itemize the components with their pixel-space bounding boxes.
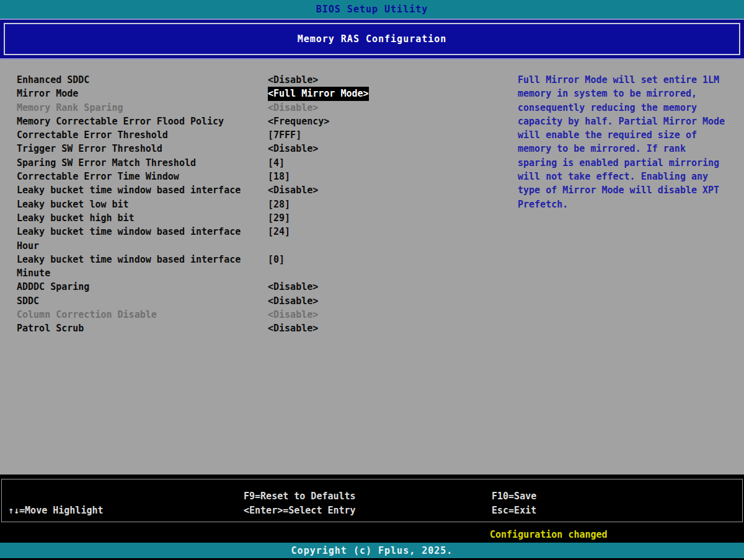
key-hint: F9=Reset to Defaults — [244, 489, 356, 504]
setting-row[interactable]: Correctable Error Time Window[18] — [17, 170, 389, 183]
copyright-bar: Copyright (c) Fplus, 2025. — [0, 543, 744, 558]
setting-label: Correctable Error Threshold — [17, 128, 268, 142]
setting-row[interactable]: Correctable Error Threshold[7FFF] — [17, 128, 389, 142]
setting-value[interactable]: [0] — [268, 253, 285, 266]
key-hint: ↑↓=Move Highlight — [8, 504, 104, 518]
status-message: Configuration changed — [490, 529, 608, 540]
footer: ↑↓=Move Highlight F9=Reset to Defaults<E… — [0, 475, 744, 560]
setting-row[interactable]: ADDDC Sparing<Disable> — [17, 280, 389, 294]
setting-row[interactable]: Memory Rank Sparing<Disable> — [17, 101, 389, 115]
setting-value[interactable]: <Full Mirror Mode> — [268, 87, 369, 100]
key-hints-right: F10=SaveEsc=Exit — [492, 479, 536, 518]
setting-value[interactable]: <Disable> — [268, 183, 318, 197]
window-title: BIOS Setup Utility — [316, 4, 428, 15]
setting-row[interactable]: Leaky bucket low bit[28] — [17, 198, 389, 211]
setting-label: Memory Rank Sparing — [17, 101, 268, 115]
setting-row[interactable]: Trigger SW Error Threshold<Disable> — [17, 142, 389, 155]
main-area: Enhanced SDDC<Disable>Mirror Mode<Full M… — [0, 59, 744, 475]
setting-value[interactable]: <Disable> — [268, 101, 318, 115]
setting-value[interactable]: [4] — [268, 156, 285, 170]
key-hint: Esc=Exit — [492, 504, 536, 518]
page-title-band: Memory RAS Configuration — [0, 19, 744, 59]
setting-value[interactable]: [24] — [268, 225, 290, 238]
setting-row[interactable]: Patrol Scrub<Disable> — [17, 322, 389, 335]
page-title: Memory RAS Configuration — [298, 33, 447, 45]
setting-row[interactable]: SDDC<Disable> — [17, 294, 389, 308]
setting-label: Enhanced SDDC — [17, 73, 268, 87]
setting-value[interactable]: <Disable> — [268, 308, 318, 322]
setting-label: Sparing SW Error Match Threshold — [17, 156, 268, 170]
help-text-panel: Full Mirror Mode will set entire 1LM mem… — [518, 73, 738, 211]
setting-row[interactable]: Mirror Mode<Full Mirror Mode> — [17, 87, 389, 100]
setting-row[interactable]: Leaky bucket high bit[29] — [17, 211, 389, 225]
window-title-bar: BIOS Setup Utility — [0, 0, 744, 19]
setting-value[interactable]: <Disable> — [268, 73, 318, 87]
setting-label: Patrol Scrub — [17, 322, 268, 335]
setting-row[interactable]: Enhanced SDDC<Disable> — [17, 73, 389, 87]
page-title-box: Memory RAS Configuration — [4, 23, 740, 55]
settings-list: Enhanced SDDC<Disable>Mirror Mode<Full M… — [17, 73, 389, 336]
bios-screen: BIOS Setup Utility Memory RAS Configurat… — [0, 0, 744, 560]
setting-row[interactable]: Leaky bucket time window based interface… — [17, 225, 389, 253]
setting-value[interactable]: [29] — [268, 211, 290, 225]
setting-label: ADDDC Sparing — [17, 280, 268, 294]
setting-row[interactable]: Leaky bucket time window based interface… — [17, 183, 389, 197]
setting-value[interactable]: <Disable> — [268, 294, 318, 308]
setting-label: Leaky bucket time window based interface — [17, 183, 268, 197]
key-hints-middle: F9=Reset to Defaults<Enter>=Select Entry — [244, 479, 356, 518]
key-hint: F10=Save — [492, 489, 536, 504]
copyright-text: Copyright (c) Fplus, 2025. — [291, 545, 453, 556]
key-hints-left: ↑↓=Move Highlight — [8, 479, 104, 518]
setting-value[interactable]: [18] — [268, 170, 290, 183]
key-hints-box: ↑↓=Move Highlight F9=Reset to Defaults<E… — [1, 479, 743, 522]
setting-value[interactable]: <Disable> — [268, 142, 318, 155]
setting-value[interactable]: [28] — [268, 198, 290, 211]
setting-value[interactable]: <Frequency> — [268, 115, 329, 128]
setting-label: Leaky bucket time window based interface… — [17, 225, 268, 253]
setting-value[interactable]: <Disable> — [268, 280, 318, 294]
setting-label: Leaky bucket time window based interface… — [17, 253, 268, 281]
setting-label: Column Correction Disable — [17, 308, 268, 322]
setting-label: Trigger SW Error Threshold — [17, 142, 268, 155]
setting-value[interactable]: [7FFF] — [268, 128, 301, 142]
setting-row[interactable]: Leaky bucket time window based interface… — [17, 253, 389, 281]
key-hint: <Enter>=Select Entry — [244, 504, 356, 518]
setting-label: Correctable Error Time Window — [17, 170, 268, 183]
setting-row[interactable]: Sparing SW Error Match Threshold[4] — [17, 156, 389, 170]
setting-row[interactable]: Memory Correctable Error Flood Policy<Fr… — [17, 115, 389, 128]
setting-label: SDDC — [17, 294, 268, 308]
setting-value[interactable]: <Disable> — [268, 322, 318, 335]
setting-label: Leaky bucket high bit — [17, 211, 268, 225]
setting-label: Mirror Mode — [17, 87, 268, 100]
setting-row[interactable]: Column Correction Disable<Disable> — [17, 308, 389, 322]
setting-label: Memory Correctable Error Flood Policy — [17, 115, 268, 128]
setting-label: Leaky bucket low bit — [17, 198, 268, 211]
